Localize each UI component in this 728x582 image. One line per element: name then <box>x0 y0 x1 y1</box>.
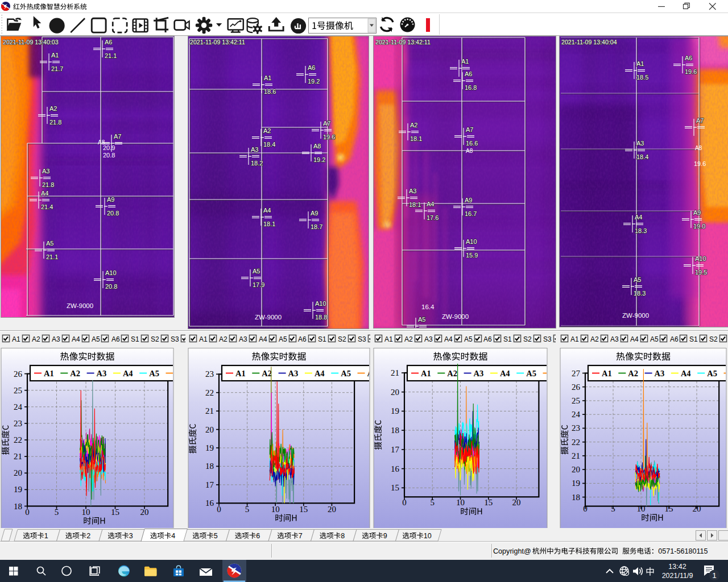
svg-text:15.9: 15.9 <box>466 252 478 259</box>
svg-text:16.6: 16.6 <box>466 140 478 147</box>
svg-text:18.4: 18.4 <box>263 141 275 148</box>
svg-text:1: 1 <box>44 532 48 540</box>
svg-text:20.8: 20.8 <box>107 210 119 217</box>
svg-text:A6: A6 <box>685 55 692 61</box>
svg-text:4: 4 <box>171 532 175 540</box>
svg-text:A4: A4 <box>444 335 453 343</box>
svg-text:A10: A10 <box>105 269 117 276</box>
svg-text:A4: A4 <box>263 207 271 214</box>
svg-text:A3: A3 <box>474 369 484 378</box>
svg-text:A2: A2 <box>49 105 57 112</box>
svg-text:A2: A2 <box>404 335 413 343</box>
svg-text:18.4: 18.4 <box>636 153 648 160</box>
svg-text:A2: A2 <box>447 369 457 378</box>
svg-text:17: 17 <box>391 445 400 454</box>
svg-text:A8: A8 <box>466 148 473 154</box>
svg-text:23: 23 <box>572 423 580 433</box>
svg-text:16: 16 <box>205 498 214 508</box>
svg-text:A1: A1 <box>264 74 271 81</box>
svg-text:16.4: 16.4 <box>421 304 435 310</box>
svg-text:A3: A3 <box>610 335 619 343</box>
svg-text:18.3: 18.3 <box>635 227 647 234</box>
svg-text:19.6: 19.6 <box>685 68 697 75</box>
svg-text:A3: A3 <box>424 335 433 343</box>
svg-text:S3: S3 <box>358 335 366 343</box>
svg-text:A5: A5 <box>341 369 351 378</box>
svg-text:17.6: 17.6 <box>427 214 439 221</box>
svg-text:19.0: 19.0 <box>693 223 705 230</box>
svg-text:A9: A9 <box>107 196 114 203</box>
svg-text:15: 15 <box>391 483 399 492</box>
svg-text:18.2: 18.2 <box>251 160 263 167</box>
svg-text:17.9: 17.9 <box>253 281 264 288</box>
svg-text:S1: S1 <box>318 335 326 343</box>
svg-text:21: 21 <box>14 452 22 461</box>
svg-text:A3: A3 <box>52 335 60 343</box>
svg-text:3: 3 <box>129 532 133 540</box>
svg-text:22: 22 <box>205 388 214 397</box>
svg-text:21.1: 21.1 <box>105 52 117 59</box>
svg-text:A5: A5 <box>526 369 536 378</box>
svg-text:A1: A1 <box>636 60 644 67</box>
svg-text:A5: A5 <box>92 335 100 343</box>
svg-text:A5: A5 <box>650 335 659 343</box>
svg-text:S2: S2 <box>151 335 159 343</box>
svg-text:S1: S1 <box>503 335 512 343</box>
svg-text:16.7: 16.7 <box>465 210 477 217</box>
svg-text:A7: A7 <box>323 120 330 127</box>
svg-text:A10: A10 <box>466 238 477 245</box>
svg-text:A6: A6 <box>670 335 679 343</box>
svg-text:16: 16 <box>391 464 400 473</box>
svg-text:23: 23 <box>205 369 214 379</box>
svg-text:A2: A2 <box>70 369 80 378</box>
svg-text:20: 20 <box>391 388 399 397</box>
svg-text:ZW-9000: ZW-9000 <box>622 312 649 319</box>
svg-text:18.6: 18.6 <box>264 88 276 95</box>
svg-text:2021-11-09 13:42:11: 2021-11-09 13:42:11 <box>375 39 431 45</box>
svg-text:S2: S2 <box>709 335 718 343</box>
svg-text:21.4: 21.4 <box>41 203 53 210</box>
svg-text:18: 18 <box>205 462 214 471</box>
svg-text:24: 24 <box>572 410 581 419</box>
svg-text:A3: A3 <box>409 188 416 194</box>
svg-text:A8: A8 <box>313 143 321 149</box>
svg-text:6: 6 <box>256 532 260 540</box>
svg-text:S1: S1 <box>131 335 139 343</box>
svg-text:19.2: 19.2 <box>308 78 320 85</box>
svg-text:A6: A6 <box>298 335 307 343</box>
svg-text:A5: A5 <box>634 276 641 283</box>
svg-text:20: 20 <box>572 465 580 474</box>
svg-text:A3: A3 <box>288 369 299 378</box>
svg-text:A2: A2 <box>32 335 40 343</box>
svg-text:A7: A7 <box>114 133 121 140</box>
svg-text:25: 25 <box>572 396 580 405</box>
svg-text:2: 2 <box>86 532 90 540</box>
svg-text:5: 5 <box>214 532 218 540</box>
svg-text:22: 22 <box>14 435 22 444</box>
svg-text:18.1: 18.1 <box>409 201 421 208</box>
svg-text:18.1: 18.1 <box>410 135 422 142</box>
svg-text:A5: A5 <box>253 268 260 275</box>
svg-text:13:42: 13:42 <box>668 563 686 571</box>
svg-text:25: 25 <box>14 386 22 395</box>
svg-text:18.5: 18.5 <box>636 74 648 81</box>
svg-text:A1: A1 <box>602 369 612 378</box>
svg-text:A3: A3 <box>42 168 49 174</box>
svg-text:A4: A4 <box>315 369 325 378</box>
svg-text:A5: A5 <box>279 335 287 343</box>
svg-text:21.8: 21.8 <box>42 181 54 188</box>
svg-text:A1: A1 <box>570 335 579 343</box>
svg-text:A8: A8 <box>98 139 105 146</box>
svg-text:19.5: 19.5 <box>695 269 707 276</box>
svg-text:A7: A7 <box>466 126 473 133</box>
svg-text:19: 19 <box>572 479 580 488</box>
svg-text:21: 21 <box>572 451 580 460</box>
svg-text:21: 21 <box>391 368 399 377</box>
svg-text:A6: A6 <box>105 39 112 45</box>
svg-text:26: 26 <box>572 383 581 392</box>
svg-text:A5: A5 <box>418 316 425 323</box>
svg-text:2021-11-09 13:40:03: 2021-11-09 13:40:03 <box>3 39 59 45</box>
svg-text:ZW-9000: ZW-9000 <box>67 302 93 309</box>
svg-text:A8: A8 <box>695 145 702 151</box>
svg-text:20.8: 20.8 <box>103 152 115 159</box>
